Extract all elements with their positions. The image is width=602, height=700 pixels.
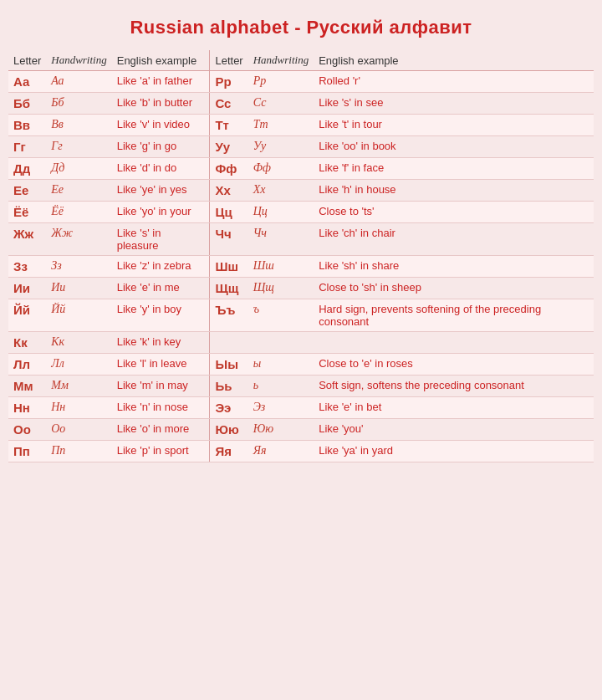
table-row: АаАаLike 'a' in fatherРрРрRolled 'r' [8,71,594,93]
page-title: Russian alphabet - Русский алфавит [8,17,594,38]
table-row: ПпПпLike 'p' in sportЯяЯяLike 'ya' in ya… [8,441,594,462]
table-row: НнНнLike 'n' in noseЭэЭзLike 'e' in bet [8,397,594,419]
table-row: ИиИиLike 'e' in meЩщЩщClose to 'sh' in s… [8,278,594,299]
table-row: ДдДдLike 'd' in doФфФфLike 'f' in face [8,158,594,180]
col-header-letter1: Letter [8,50,46,71]
table-row: БбБбLike 'b' in butterСсСсLike 's' in se… [8,93,594,115]
table-row: ЙйЙйLike 'y' in boyЪъъHard sign, prevent… [8,299,594,332]
col-header-example2: English example [314,50,594,71]
col-header-example1: English example [112,50,210,71]
col-header-hw2: Handwriting [248,50,314,71]
table-row: КкКкLike 'k' in key [8,332,594,354]
table-row: ГгГгLike 'g' in goУуУуLike 'oo' in book [8,136,594,158]
col-header-letter2: Letter [210,50,248,71]
table-row: МмМмLike 'm' in mayЬььSoft sign, softens… [8,376,594,397]
table-row: ЛлЛлLike 'l' in leaveЫыыClose to 'e' in … [8,354,594,376]
table-row: ЕеЕеLike 'ye' in yesХхХхLike 'h' in hous… [8,180,594,202]
table-row: ЗзЗзLike 'z' in zebraШшШшLike 'sh' in sh… [8,256,594,278]
table-row: ОоОоLike 'o' in moreЮюЮюLike 'you' [8,419,594,441]
alphabet-table: Letter Handwriting English example Lette… [8,50,594,462]
col-header-hw1: Handwriting [46,50,111,71]
table-row: ЖжЖжLike 's' in pleasureЧчЧчLike 'ch' in… [8,223,594,256]
table-row: ВвВвLike 'v' in videoТтТтLike 't' in tou… [8,115,594,136]
table-row: ЁёЁёLike 'yo' in yourЦцЦцClose to 'ts' [8,202,594,223]
